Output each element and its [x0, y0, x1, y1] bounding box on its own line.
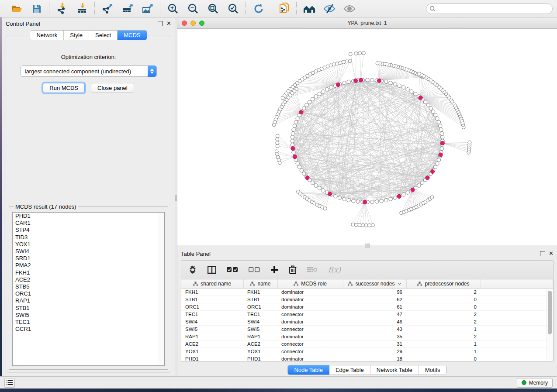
- column-header-shared-name[interactable]: shared name: [181, 279, 243, 289]
- horizontal-splitter[interactable]: [177, 245, 557, 248]
- graph-node[interactable]: [343, 197, 346, 201]
- graph-node[interactable]: [347, 80, 350, 83]
- graph-leaf-node[interactable]: [342, 60, 345, 64]
- graph-node[interactable]: [438, 124, 442, 127]
- table-row[interactable]: RAP1RAP1dominator352: [181, 333, 553, 340]
- table-cell-successor_nodes[interactable]: 96: [343, 289, 406, 296]
- deselect-all-rows-icon[interactable]: [249, 264, 260, 275]
- graph-leaf-node[interactable]: [276, 144, 279, 148]
- network-window-titlebar[interactable]: YPA_prune.txt_1: [177, 18, 557, 29]
- table-row[interactable]: YOX1YOX1connector291: [181, 348, 553, 355]
- table-cell-shared_name[interactable]: YOX1: [181, 348, 243, 355]
- horizontal-splitter-grip[interactable]: [365, 244, 370, 248]
- mcds-result-item[interactable]: SWI4: [13, 248, 164, 255]
- graph-node[interactable]: [423, 100, 427, 104]
- table-cell-successor_nodes[interactable]: 43: [343, 326, 406, 333]
- tab-node-table[interactable]: Node Table: [288, 365, 329, 375]
- table-cell-shared_name[interactable]: RAP1: [181, 333, 243, 340]
- graph-node[interactable]: [296, 162, 299, 165]
- delete-row-icon[interactable]: [289, 264, 297, 275]
- table-cell-predecessor_nodes[interactable]: 2: [406, 311, 481, 318]
- table-cell-shared_name[interactable]: PHD1: [181, 355, 243, 362]
- graph-node[interactable]: [292, 128, 295, 131]
- close-panel-button[interactable]: Close panel: [91, 83, 134, 93]
- export-table-icon[interactable]: [121, 3, 134, 15]
- graph-leaf-node[interactable]: [276, 141, 279, 144]
- graph-node[interactable]: [298, 165, 301, 168]
- graph-node[interactable]: [352, 199, 355, 203]
- graph-node[interactable]: [338, 196, 342, 199]
- graph-node[interactable]: [291, 131, 294, 135]
- add-row-icon[interactable]: [270, 264, 278, 275]
- graph-node[interactable]: [325, 88, 329, 91]
- graph-node[interactable]: [322, 189, 325, 192]
- table-cell-predecessor_nodes[interactable]: 1: [406, 326, 481, 333]
- mcds-result-item[interactable]: RAP1: [13, 297, 164, 304]
- table-cell-name[interactable]: STB1: [243, 296, 277, 303]
- table-cell-shared_name[interactable]: SWI5: [181, 326, 243, 333]
- graph-node[interactable]: [398, 84, 401, 87]
- graph-node[interactable]: [436, 117, 439, 120]
- graph-hub-node[interactable]: [431, 170, 435, 174]
- hide-details-icon[interactable]: [323, 3, 336, 15]
- graph-node[interactable]: [384, 198, 388, 202]
- column-header-MCDS-role[interactable]: MCDS role: [277, 279, 343, 289]
- table-row[interactable]: STB1STB1dominator620: [181, 296, 553, 303]
- tab-network-table[interactable]: Network Table: [370, 365, 419, 375]
- mcds-result-item[interactable]: SWI5: [13, 312, 164, 319]
- graph-leaf-node[interactable]: [358, 224, 361, 227]
- tab-network[interactable]: Network: [30, 31, 64, 40]
- network-view[interactable]: [177, 29, 557, 245]
- graph-leaf-node[interactable]: [276, 134, 279, 138]
- graph-node[interactable]: [406, 88, 409, 91]
- graph-hub-node[interactable]: [439, 153, 443, 157]
- graph-node[interactable]: [389, 81, 392, 85]
- graph-node[interactable]: [347, 198, 350, 202]
- delete-table-icon[interactable]: [307, 264, 318, 275]
- graph-node[interactable]: [429, 107, 432, 110]
- table-cell-successor_nodes[interactable]: 61: [343, 303, 406, 311]
- graph-leaf-node[interactable]: [362, 52, 365, 55]
- column-header-name[interactable]: name: [243, 279, 277, 289]
- graph-node[interactable]: [311, 181, 314, 185]
- import-table-icon[interactable]: [76, 3, 88, 15]
- graph-node[interactable]: [318, 92, 321, 96]
- table-cell-shared_name[interactable]: SWI4: [181, 318, 243, 326]
- result-list-scrollbar[interactable]: [158, 213, 164, 365]
- memory-button[interactable]: Memory: [517, 378, 553, 388]
- run-mcds-button[interactable]: Run MCDS: [43, 83, 85, 93]
- table-cell-name[interactable]: SWI4: [243, 318, 277, 326]
- graph-leaf-node[interactable]: [276, 138, 279, 141]
- graph-hub-node[interactable]: [291, 147, 295, 151]
- new-network-from-selection-icon[interactable]: [278, 3, 290, 15]
- close-table-panel-icon[interactable]: ✕: [549, 251, 554, 256]
- table-cell-name[interactable]: SWI5: [243, 326, 277, 333]
- mcds-result-item[interactable]: TID3: [13, 234, 164, 241]
- graph-node[interactable]: [314, 95, 318, 98]
- graph-node[interactable]: [300, 168, 303, 172]
- graph-leaf-node[interactable]: [323, 207, 327, 210]
- export-image-icon[interactable]: [142, 3, 154, 15]
- graph-leaf-node[interactable]: [468, 141, 471, 144]
- graph-leaf-node[interactable]: [354, 52, 358, 55]
- mcds-result-item[interactable]: ACE2: [13, 276, 164, 283]
- table-cell-successor_nodes[interactable]: 29: [343, 348, 406, 355]
- splitter-grip[interactable]: [175, 195, 177, 201]
- graph-node[interactable]: [402, 193, 405, 196]
- graph-leaf-node[interactable]: [361, 224, 365, 227]
- task-history-button[interactable]: [4, 378, 15, 388]
- table-scrollbar[interactable]: [547, 289, 553, 361]
- graph-node[interactable]: [370, 200, 374, 204]
- graph-node[interactable]: [384, 80, 388, 83]
- graph-leaf-node[interactable]: [355, 223, 358, 227]
- graph-node[interactable]: [308, 100, 311, 104]
- table-cell-mcds_role[interactable]: dominator: [277, 355, 343, 362]
- mcds-result-item[interactable]: ORC1: [13, 290, 164, 297]
- select-all-rows-icon[interactable]: [227, 264, 238, 275]
- graph-hub-node[interactable]: [305, 176, 309, 180]
- graph-hub-node[interactable]: [328, 192, 332, 196]
- table-cell-mcds_role[interactable]: connector: [277, 311, 343, 318]
- graph-hub-node[interactable]: [426, 176, 429, 180]
- table-cell-name[interactable]: RAP1: [243, 333, 277, 340]
- mcds-result-item[interactable]: TEC1: [13, 319, 164, 326]
